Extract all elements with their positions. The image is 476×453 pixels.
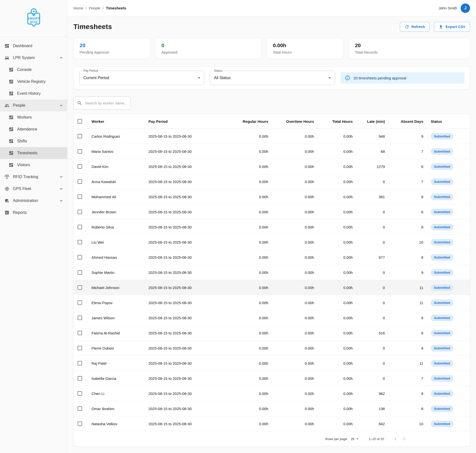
row-checkbox[interactable] [78,149,82,154]
table-row[interactable]: Carlos Rodriguez2025-08-15 to 2025-08-30… [74,129,470,144]
table-row[interactable]: Sophie Martin2025-08-15 to 2025-08-300.0… [74,265,470,280]
sidebar-item-shifts[interactable]: Shifts [0,135,67,147]
rows-per-page-select[interactable]: 25 [351,436,360,441]
sidebar-item-attendance[interactable]: Attendance [0,123,67,135]
cell-absent: 8 [385,407,423,411]
status-select[interactable]: Status All Status [210,71,335,85]
status-badge: Submitted [431,163,453,170]
cell-overtime: 0.00h [268,164,314,169]
stat-label: Total Hours [273,50,337,54]
row-checkbox[interactable] [78,225,82,229]
sidebar-item-visitors[interactable]: Visitors [0,159,67,171]
cell-period: 2025-08-15 to 2025-08-30 [145,134,207,138]
pay-period-select[interactable]: Pay Period Current Period [79,71,204,85]
row-checkbox[interactable] [78,300,82,305]
export-csv-button-label: Export CSV [446,25,465,29]
row-checkbox[interactable] [78,255,82,259]
status-badge: Submitted [431,360,453,367]
cell-period: 2025-08-15 to 2025-08-30 [145,270,207,275]
cell-total: 0.00h [314,331,353,335]
cell-late: 0 [353,301,385,305]
breadcrumb-people[interactable]: People [89,6,100,10]
select-all-checkbox[interactable] [78,119,82,124]
table-row[interactable]: David Kim2025-08-15 to 2025-08-300.00h0.… [74,159,470,174]
sidebar-item-lpr-system[interactable]: LPR System [0,52,67,64]
cell-late: 977 [353,255,385,259]
table-row[interactable]: Michael Johnson2025-08-15 to 2025-08-300… [74,280,470,295]
export-csv-button[interactable]: Export CSV [434,22,470,32]
sidebar-item-console[interactable]: Console [0,64,67,76]
breadcrumb-home[interactable]: Home [73,6,83,10]
cell-period: 2025-08-15 to 2025-08-30 [145,164,207,169]
status-badge: Submitted [431,178,453,185]
next-page-button[interactable] [400,436,408,442]
cell-regular: 0.00h [206,346,268,350]
row-checkbox[interactable] [78,376,82,381]
table-row[interactable]: Ahmed Hassan2025-08-15 to 2025-08-300.00… [74,250,470,265]
table-row[interactable]: Natasha Volkov2025-08-15 to 2025-08-300.… [74,416,470,431]
row-checkbox[interactable] [78,179,82,184]
sidebar-item-reports[interactable]: Reports [0,207,67,219]
row-checkbox[interactable] [78,210,82,214]
row-checkbox[interactable] [78,361,82,365]
sidebar-item-rfid-tracking[interactable]: RFID Tracking [0,171,67,183]
table-row[interactable]: Roberto Silva2025-08-15 to 2025-08-300.0… [74,220,470,235]
table-row[interactable]: Isabella Garcia2025-08-15 to 2025-08-300… [74,371,470,386]
table-row[interactable]: Mohammed Ali2025-08-15 to 2025-08-300.00… [74,189,470,204]
sidebar-item-people[interactable]: People [0,99,67,111]
table-row[interactable]: Raj Patel2025-08-15 to 2025-08-300.00h0.… [74,356,470,371]
chevron-down-icon [59,198,64,203]
prev-page-button[interactable] [391,436,400,442]
table-row[interactable]: Omar Ibrahim2025-08-15 to 2025-08-300.00… [74,401,470,416]
cell-regular: 0.00h [206,361,268,365]
row-checkbox[interactable] [78,406,82,411]
sidebar-item-label: Attendance [17,127,64,131]
row-checkbox[interactable] [78,134,82,138]
row-checkbox[interactable] [78,421,82,426]
row-checkbox[interactable] [78,331,82,335]
row-checkbox[interactable] [78,316,82,320]
table-row[interactable]: Maria Santos2025-08-15 to 2025-08-300.00… [74,144,470,159]
cell-absent: 10 [385,240,423,244]
row-checkbox[interactable] [78,194,82,199]
refresh-icon [405,25,409,29]
sidebar-item-vehicle-registry[interactable]: Vehicle Registry [0,76,67,88]
cell-period: 2025-08-15 to 2025-08-30 [145,376,207,381]
search-input[interactable] [85,101,127,105]
sidebar-item-administration[interactable]: Administration [0,195,67,207]
row-checkbox[interactable] [78,346,82,350]
row-checkbox[interactable] [78,270,82,275]
table-row[interactable]: Fatima Al-Rashid2025-08-15 to 2025-08-30… [74,325,470,341]
cell-absent: 8 [385,331,423,335]
row-checkbox[interactable] [78,240,82,244]
cell-regular: 0.00h [206,331,268,335]
sidebar-item-dashboard[interactable]: Dashboard [0,40,67,52]
table-row[interactable]: Chen Li2025-08-15 to 2025-08-300.00h0.00… [74,386,470,401]
sidebar-item-gps-fleet[interactable]: GPS Fleet [0,183,67,195]
table-body: Carlos Rodriguez2025-08-15 to 2025-08-30… [74,129,470,431]
sidebar-item-event-history[interactable]: Event History [0,88,67,99]
table-row[interactable]: James Wilson2025-08-15 to 2025-08-300.00… [74,310,470,325]
table-row[interactable]: Pierre Dubois2025-08-15 to 2025-08-300.0… [74,341,470,356]
cell-total: 0.00h [314,225,353,229]
column-header-absent-days: Absent Days [385,119,423,124]
grid-icon [9,127,14,132]
refresh-button[interactable]: Refresh [400,22,430,32]
table-row[interactable]: Jennifer Brown2025-08-15 to 2025-08-300.… [74,204,470,220]
cell-total: 0.00h [314,164,353,169]
row-checkbox[interactable] [78,285,82,290]
row-checkbox[interactable] [78,164,82,169]
status-select-label: Status [213,69,224,72]
row-checkbox[interactable] [78,391,82,396]
table-row[interactable]: Anna Kowalski2025-08-15 to 2025-08-300.0… [74,174,470,189]
column-header-total-hours: Total Hours [314,119,353,124]
sidebar-item-timesheets[interactable]: Timesheets [0,147,67,159]
cell-overtime: 0.00h [268,391,314,396]
table-row[interactable]: Liu Wei2025-08-15 to 2025-08-300.00h0.00… [74,235,470,250]
avatar[interactable]: J [461,3,470,13]
table-row[interactable]: Elena Popov2025-08-15 to 2025-08-300.00h… [74,295,470,310]
sidebar-item-workers[interactable]: Workers [0,111,67,123]
cell-regular: 0.00h [206,316,268,320]
chevron-down-icon [355,436,360,441]
stat-card-approved: 0 Approved [155,38,262,59]
